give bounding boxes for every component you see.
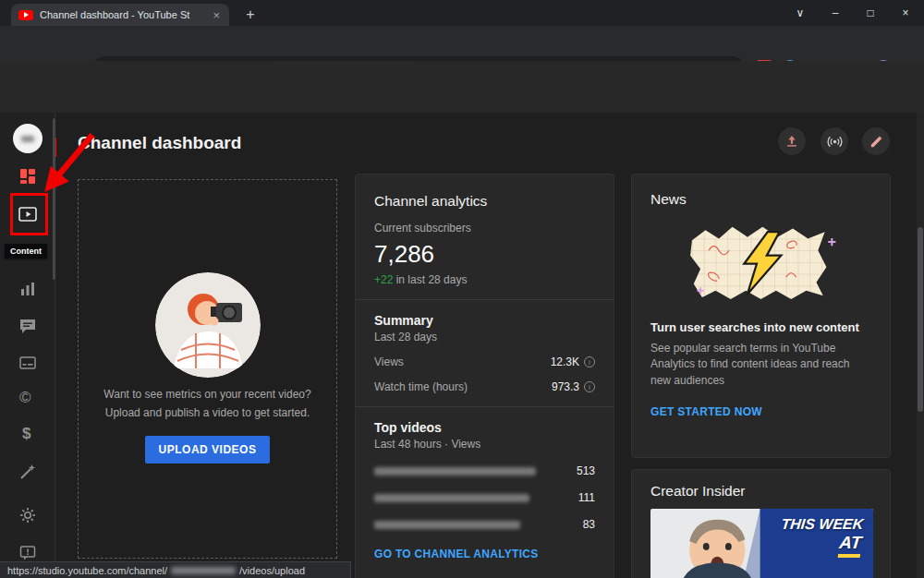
tab-search-chevron-icon[interactable]: ∨	[784, 0, 817, 26]
customization-wand-icon[interactable]	[18, 463, 37, 481]
upload-video-button[interactable]	[778, 127, 806, 155]
maximize-button[interactable]: □	[854, 0, 887, 26]
info-icon: i	[584, 381, 595, 392]
analytics-title: Channel analytics	[374, 193, 595, 210]
channel-analytics-card: Channel analytics Current subscribers 7,…	[355, 174, 614, 578]
upload-prompt-line1: Want to see metrics on your recent video…	[103, 386, 310, 403]
settings-gear-icon[interactable]	[18, 506, 37, 524]
go-live-button[interactable]	[821, 127, 848, 155]
channel-avatar[interactable]	[13, 124, 43, 153]
upload-icon	[784, 133, 800, 150]
divider	[356, 299, 614, 300]
info-icon: i	[584, 356, 595, 367]
summary-period: Last 28 days	[374, 331, 595, 343]
new-tab-button[interactable]: +	[240, 5, 261, 25]
channel-avatar-blurred	[21, 136, 34, 142]
top-videos-period: Last 48 hours · Views	[374, 438, 595, 451]
upload-videos-button[interactable]: UPLOAD VIDEOS	[145, 436, 271, 464]
content-tooltip: Content	[5, 244, 47, 259]
comments-icon[interactable]	[18, 317, 37, 335]
tab-title: Channel dashboard - YouTube St	[40, 9, 204, 20]
annotation-highlight-box	[10, 193, 48, 235]
video-title-blurred	[374, 521, 520, 529]
subscribers-delta: +22 in last 28 days	[374, 273, 595, 286]
live-icon	[826, 133, 844, 151]
divider	[356, 406, 614, 407]
top-video-row[interactable]: 111	[374, 491, 595, 504]
upload-prompt-line2: Upload and publish a video to get starte…	[105, 404, 310, 421]
news-card: News Turn user searches into new conte	[631, 174, 891, 458]
status-url-blurred	[171, 567, 236, 574]
news-illustration	[650, 215, 871, 307]
browser-tab[interactable]: Channel dashboard - YouTube St ×	[11, 4, 229, 26]
page-title: Channel dashboard	[78, 133, 241, 153]
subscribers-label: Current subscribers	[374, 222, 595, 235]
get-started-link[interactable]: GET STARTED NOW	[650, 405, 762, 418]
feedback-icon[interactable]	[18, 544, 37, 562]
top-video-row[interactable]: 83	[374, 518, 595, 531]
edit-button[interactable]	[862, 127, 890, 155]
subscribers-value: 7,286	[374, 240, 595, 269]
metric-row-watch-time[interactable]: Watch time (hours) 973.3 i	[374, 380, 595, 393]
close-button[interactable]: ×	[889, 0, 922, 26]
metric-row-views[interactable]: Views 12.3K i	[374, 355, 595, 368]
creator-insider-title: Creator Insider	[650, 483, 871, 500]
top-video-row[interactable]: 513	[374, 464, 595, 477]
sidebar-scrollbar[interactable]	[53, 118, 55, 280]
monetization-icon[interactable]: $	[22, 425, 30, 443]
youtube-favicon-icon	[18, 10, 33, 20]
status-url-suffix: /videos/upload	[239, 565, 305, 576]
analytics-icon[interactable]	[18, 280, 37, 298]
status-url-prefix: https://studio.youtube.com/channel/	[7, 565, 167, 576]
tab-strip: Channel dashboard - YouTube St × + ∨ – □…	[0, 0, 924, 26]
page-scrollbar[interactable]	[917, 113, 924, 578]
news-body: See popular search terms in YouTube Anal…	[650, 341, 871, 389]
thumbnail-caption: THIS WEEK AT	[778, 516, 865, 558]
studio-header: Studio 8 60m 822 48h ≡ ? + CREATE	[0, 61, 924, 113]
top-videos-title: Top videos	[374, 420, 595, 435]
minimize-button[interactable]: –	[819, 0, 852, 26]
browser-toolbar: ← → ↻ studio.youtube.com/channel/ ☆ 2	[0, 26, 924, 61]
dashboard-icon[interactable]	[18, 167, 37, 186]
camera-person-illustration	[155, 272, 261, 378]
edit-pencil-icon	[869, 134, 884, 150]
copyright-icon[interactable]: ©	[19, 389, 31, 407]
video-title-blurred	[374, 494, 529, 502]
video-title-blurred	[374, 467, 536, 476]
news-headline: Turn user searches into new content	[650, 320, 871, 334]
summary-title: Summary	[374, 313, 595, 328]
subtitles-icon[interactable]	[18, 354, 37, 372]
creator-insider-thumbnail[interactable]: THIS WEEK AT	[650, 509, 873, 578]
tab-close-icon[interactable]: ×	[211, 9, 222, 21]
creator-insider-card: Creator Insider THIS WEEK AT	[631, 469, 891, 578]
upload-prompt-card: Want to see metrics on your recent video…	[78, 179, 337, 559]
page-scrollbar-thumb[interactable]	[918, 227, 923, 412]
news-title: News	[650, 191, 871, 208]
go-to-analytics-link[interactable]: GO TO CHANNEL ANALYTICS	[374, 548, 539, 560]
status-bar: https://studio.youtube.com/channel/ /vid…	[0, 561, 351, 578]
browser-window: Channel dashboard - YouTube St × + ∨ – □…	[0, 0, 924, 578]
